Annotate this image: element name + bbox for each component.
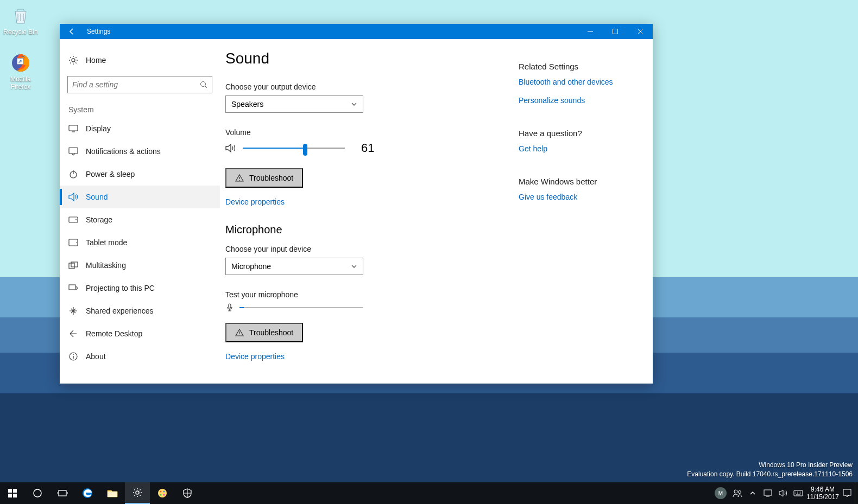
svg-rect-15: [229, 304, 231, 308]
sidebar-item-power[interactable]: Power & sleep: [60, 163, 220, 186]
desktop-icon-label: Recycle Bin: [0, 28, 41, 36]
volume-slider[interactable]: [243, 148, 345, 149]
sidebar-item-remote[interactable]: Remote Desktop: [60, 322, 220, 345]
watermark: Windows 10 Pro Insider Preview Evaluatio…: [687, 461, 853, 479]
svg-rect-34: [843, 489, 851, 495]
tray-chevron-up-icon[interactable]: [745, 482, 760, 504]
sidebar-item-display[interactable]: Display: [60, 117, 220, 140]
volume-tray-icon[interactable]: [775, 482, 791, 504]
close-button[interactable]: [628, 24, 653, 39]
gear-icon: [68, 55, 78, 65]
sidebar-item-shared[interactable]: Shared experiences: [60, 299, 220, 322]
sidebar-item-projecting[interactable]: Projecting to this PC: [60, 277, 220, 299]
content-area: Sound Choose your output device Speakers…: [225, 50, 519, 373]
search-icon: [200, 81, 207, 88]
minimize-button[interactable]: [578, 24, 603, 39]
action-center-icon[interactable]: [840, 482, 855, 504]
taskbar-explorer[interactable]: [100, 482, 125, 504]
warning-icon: [235, 328, 244, 337]
volume-value: 61: [361, 141, 374, 155]
cortana-button[interactable]: [25, 482, 50, 504]
task-view-button[interactable]: [50, 482, 75, 504]
get-help-link[interactable]: Get help: [519, 144, 636, 153]
taskbar-paint[interactable]: [150, 482, 175, 504]
output-device-label: Choose your output device: [225, 82, 519, 91]
svg-rect-11: [69, 263, 74, 269]
sidebar-item-label: Projecting to this PC: [86, 284, 155, 292]
taskbar-security[interactable]: [175, 482, 200, 504]
bluetooth-link[interactable]: Bluetooth and other devices: [519, 78, 636, 86]
sidebar-item-storage[interactable]: Storage: [60, 208, 220, 231]
svg-point-30: [734, 490, 737, 493]
feedback-link[interactable]: Give us feedback: [519, 193, 636, 201]
personalize-sounds-link[interactable]: Personalize sounds: [519, 96, 636, 105]
project-icon: [68, 283, 78, 293]
page-title: Sound: [225, 50, 519, 67]
sidebar-item-notifications[interactable]: Notifications & actions: [60, 140, 220, 163]
svg-point-29: [163, 494, 165, 496]
svg-point-3: [201, 82, 206, 87]
keyboard-icon[interactable]: [791, 482, 806, 504]
start-button[interactable]: [0, 482, 25, 504]
sidebar-item-label: Storage: [86, 215, 112, 224]
desktop-icon-label: Mozilla Firefox: [0, 75, 41, 91]
sidebar-item-sound[interactable]: Sound: [60, 186, 220, 208]
settings-window: Settings Home System: [60, 24, 653, 384]
device-properties-input-link[interactable]: Device properties: [225, 352, 519, 361]
sidebar: Home System Display Notifications & acti…: [60, 39, 220, 384]
microphone-icon: [225, 303, 234, 312]
svg-point-20: [34, 489, 41, 497]
sidebar-item-multitasking[interactable]: Multitasking: [60, 254, 220, 277]
svg-rect-19: [13, 494, 17, 497]
svg-point-10: [76, 242, 77, 243]
sidebar-item-label: Multitasking: [86, 261, 126, 270]
svg-rect-18: [8, 494, 12, 497]
sidebar-item-label: Power & sleep: [86, 170, 135, 178]
remote-icon: [68, 329, 78, 339]
desktop-icon-firefox[interactable]: ↗ Mozilla Firefox: [0, 52, 41, 91]
search-input-container[interactable]: [67, 76, 212, 93]
svg-point-28: [160, 494, 162, 496]
question-heading: Have a question?: [519, 129, 636, 138]
maximize-button[interactable]: [603, 24, 628, 39]
troubleshoot-output-button[interactable]: Troubleshoot: [225, 168, 303, 188]
notifications-icon: [68, 146, 78, 156]
storage-icon: [68, 215, 78, 225]
svg-rect-23: [108, 492, 117, 497]
sidebar-item-tablet[interactable]: Tablet mode: [60, 231, 220, 254]
user-badge[interactable]: M: [715, 487, 727, 499]
titlebar[interactable]: Settings: [60, 24, 653, 39]
svg-rect-1: [613, 29, 618, 34]
chevron-down-icon: [351, 263, 357, 270]
sound-icon: [68, 192, 78, 202]
power-icon: [68, 169, 78, 179]
sidebar-item-label: Remote Desktop: [86, 329, 142, 338]
people-icon[interactable]: [730, 482, 745, 504]
taskbar-clock[interactable]: 9:46 AM 11/15/2017: [806, 486, 840, 501]
svg-rect-21: [59, 490, 66, 496]
right-panel: Related Settings Bluetooth and other dev…: [519, 50, 636, 373]
taskbar-settings[interactable]: [125, 482, 150, 504]
back-button[interactable]: [60, 24, 84, 39]
network-icon[interactable]: [760, 482, 775, 504]
sidebar-item-label: About: [86, 352, 106, 361]
taskbar-edge[interactable]: [75, 482, 100, 504]
chevron-down-icon: [351, 101, 357, 107]
mic-level-bar: [239, 307, 363, 308]
sidebar-item-home[interactable]: Home: [60, 49, 220, 72]
shortcut-arrow-icon: ↗: [17, 58, 23, 65]
svg-point-24: [136, 491, 139, 494]
search-input[interactable]: [72, 80, 200, 89]
show-desktop-button[interactable]: [855, 482, 858, 504]
sidebar-item-label: Sound: [86, 193, 108, 201]
sidebar-item-about[interactable]: About: [60, 345, 220, 368]
svg-rect-17: [13, 489, 17, 493]
svg-point-8: [75, 219, 77, 220]
sidebar-item-label: Tablet mode: [86, 238, 127, 247]
desktop-icon-recycle-bin[interactable]: Recycle Bin: [0, 4, 41, 36]
troubleshoot-input-button[interactable]: Troubleshoot: [225, 323, 303, 342]
device-properties-output-link[interactable]: Device properties: [225, 197, 519, 206]
output-device-dropdown[interactable]: Speakers: [225, 95, 363, 113]
sidebar-item-label: Display: [86, 124, 111, 133]
input-device-dropdown[interactable]: Microphone: [225, 258, 363, 275]
